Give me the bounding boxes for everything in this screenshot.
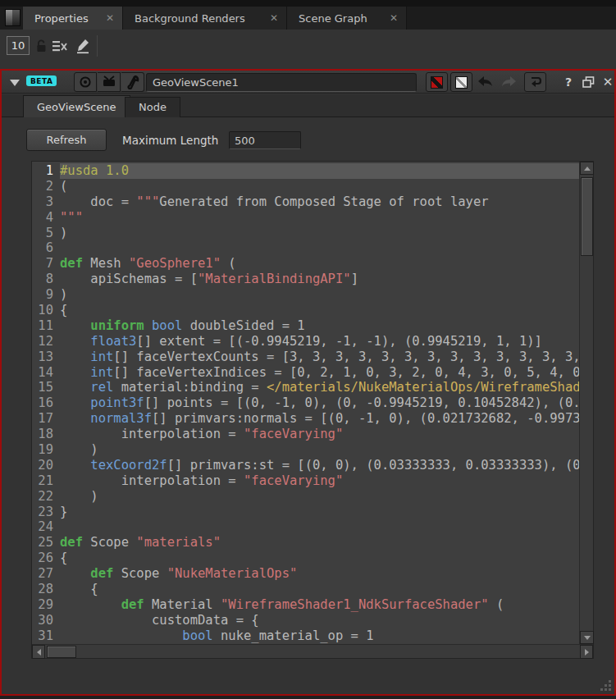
line-number: 6 [32, 240, 60, 256]
code-line-text: #usda 1.0 [60, 163, 579, 179]
code-line[interactable]: 3 doc = """Generated from Composed Stage… [32, 194, 579, 210]
code-line[interactable]: 15 rel material:binding = </materials/Nu… [32, 380, 579, 395]
code-line-text: ) [60, 287, 579, 303]
tab-background-renders[interactable]: Background Renders ✕ [123, 7, 287, 30]
node-color-button[interactable] [426, 72, 448, 92]
code-line[interactable]: 28 { [32, 582, 579, 597]
code-line[interactable]: 19 ) [32, 442, 579, 458]
revert-button[interactable] [524, 72, 546, 92]
scroll-up-button[interactable] [580, 162, 594, 175]
scroll-right-button[interactable] [580, 645, 593, 659]
undo-icon [477, 76, 494, 88]
code-line[interactable]: 4""" [32, 210, 579, 226]
line-number: 8 [32, 272, 60, 287]
show-in-viewer-button[interactable] [98, 72, 121, 92]
node-name-input[interactable] [146, 73, 417, 92]
close-panel-button[interactable]: ✕ [599, 74, 616, 90]
code-line-text: float3[] extent = [(-0.9945219, -1, -1),… [60, 334, 579, 350]
code-line[interactable]: 1#usda 1.0 [32, 163, 579, 179]
close-icon: ✕ [603, 75, 614, 89]
code-line[interactable]: 7def Mesh "GeoSphere1" ( [32, 256, 579, 272]
float-panel-button[interactable] [579, 74, 597, 90]
code-line[interactable]: 20 texCoord2f[] primvars:st = [(0, 0), (… [32, 458, 579, 473]
code-line[interactable]: 12 float3[] extent = [(-0.9945219, -1, -… [32, 334, 579, 350]
code-line[interactable]: 21 interpolation = "faceVarying" [32, 473, 579, 489]
code-line[interactable]: 25def Scope "materials" [32, 535, 579, 551]
code-line-text: } [60, 505, 579, 520]
scroll-left-button[interactable] [32, 645, 45, 659]
close-all-panels-icon[interactable] [51, 36, 69, 55]
vertical-scroll-thumb[interactable] [581, 177, 593, 256]
line-number: 30 [32, 613, 60, 628]
code-line[interactable]: 2( [32, 179, 579, 194]
code-line-text: def Mesh "GeoSphere1" ( [60, 256, 579, 272]
code-line[interactable]: 18 interpolation = "faceVarying" [32, 427, 579, 442]
code-line-text: { [60, 582, 579, 597]
collapse-triangle-icon[interactable] [10, 80, 20, 86]
line-number: 1 [32, 163, 60, 179]
code-line[interactable]: 14 int[] faceVertexIndices = [0, 2, 1, 0… [32, 365, 579, 381]
code-line[interactable]: 24 [32, 519, 579, 535]
lock-icon[interactable] [33, 36, 51, 55]
close-icon[interactable]: ✕ [106, 12, 114, 24]
code-line-text: interpolation = "faceVarying" [60, 473, 579, 489]
help-button[interactable]: ? [559, 74, 577, 90]
close-icon[interactable]: ✕ [390, 12, 398, 24]
max-panels-input[interactable] [7, 36, 30, 55]
code-line-text: texCoord2f[] primvars:st = [(0, 0), (0.0… [60, 458, 579, 473]
code-line[interactable]: 8 apiSchemas = ["MaterialBindingAPI"] [32, 272, 579, 287]
refresh-button[interactable]: Refresh [26, 129, 107, 151]
code-viewport[interactable]: 1#usda 1.02(3 doc = """Generated from Co… [32, 162, 579, 644]
resize-grip[interactable] [600, 679, 611, 691]
horizontal-scroll-thumb[interactable] [47, 646, 76, 658]
vertical-scrollbar[interactable] [579, 162, 593, 644]
maximum-length-input[interactable] [229, 131, 301, 149]
node-panel-header: BETA [2, 71, 614, 94]
code-line[interactable]: 5) [32, 226, 579, 241]
usda-code-editor: 1#usda 1.02(3 doc = """Generated from Co… [31, 161, 594, 659]
horizontal-scrollbar[interactable] [32, 644, 593, 658]
code-line[interactable]: 27 def Scope "NukeMaterialOps" [32, 566, 579, 582]
code-line-text: """ [60, 210, 579, 226]
code-line[interactable]: 11 uniform bool doubleSided = 1 [32, 318, 579, 334]
code-line-text: customData = { [60, 613, 579, 628]
help-label: ? [565, 75, 572, 89]
undo-button[interactable] [477, 74, 495, 90]
code-line-text: def Material "WireframeShader1_NdkSurfac… [60, 597, 579, 613]
tab-label: Background Renders [135, 12, 245, 25]
line-number: 13 [32, 350, 60, 365]
code-line[interactable]: 16 point3f[] points = [(0, -1, 0), (0, -… [32, 395, 579, 411]
code-line[interactable]: 26{ [32, 551, 579, 566]
code-line-text: { [60, 303, 579, 318]
code-line[interactable]: 30 customData = { [32, 613, 579, 628]
code-line[interactable]: 29 def Material "WireframeShader1_NdkSur… [32, 597, 579, 613]
tab-geoviewscene[interactable]: GeoViewScene [23, 95, 130, 117]
settings-button[interactable] [121, 72, 144, 92]
code-line[interactable]: 31 bool nuke_material_op = 1 [32, 628, 579, 644]
redo-button[interactable] [500, 74, 518, 90]
code-line-text: ) [60, 489, 579, 505]
close-icon[interactable]: ✕ [270, 12, 278, 24]
tab-scene-graph[interactable]: Scene Graph ✕ [287, 7, 407, 30]
tab-node[interactable]: Node [125, 97, 180, 117]
code-line[interactable]: 9) [32, 287, 579, 303]
target-icon [79, 75, 92, 89]
gl-color-button[interactable] [450, 72, 472, 92]
tab-label: Scene Graph [299, 12, 367, 25]
code-line[interactable]: 6 [32, 240, 579, 256]
code-line[interactable]: 23} [32, 505, 579, 520]
code-line-text: interpolation = "faceVarying" [60, 427, 579, 442]
code-line[interactable]: 13 int[] faceVertexCounts = [3, 3, 3, 3,… [32, 350, 579, 365]
center-node-button[interactable] [74, 72, 97, 92]
line-number: 19 [32, 442, 60, 458]
tab-properties[interactable]: Properties ✕ [23, 7, 123, 30]
line-number: 24 [32, 519, 60, 535]
code-line[interactable]: 17 normal3f[] primvars:normals = [(0, -1… [32, 411, 579, 427]
edit-pencil-icon[interactable] [74, 36, 92, 55]
code-line-text: int[] faceVertexIndices = [0, 2, 1, 0, 3… [60, 365, 579, 381]
pane-menu-button[interactable] [5, 9, 21, 26]
node-panel-tabs: GeoViewScene Node [2, 94, 614, 117]
scroll-down-button[interactable] [580, 631, 594, 644]
code-line[interactable]: 22 ) [32, 489, 579, 505]
code-line[interactable]: 10{ [32, 303, 579, 318]
